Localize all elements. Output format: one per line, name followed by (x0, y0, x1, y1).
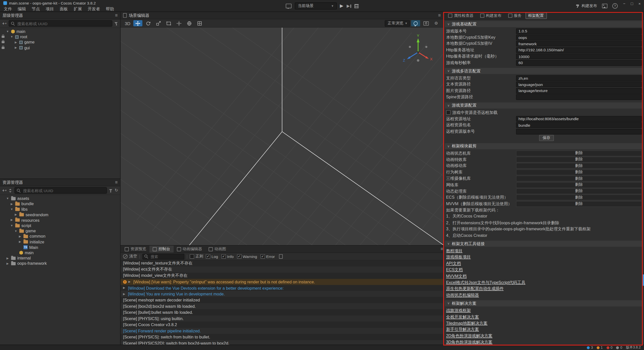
property-input-游戏每秒帧率[interactable]: 60 (516, 60, 642, 66)
sort-icon[interactable] (9, 189, 12, 192)
minimize-button[interactable]: − (623, 1, 625, 6)
view-mode-select[interactable]: 正常浏览 ▾ (385, 20, 410, 26)
property-input-游戏版本号[interactable]: 1.0.5 (516, 28, 642, 34)
link-Excel格式转Json文件与TypeScript代码工具[interactable]: Excel格式转Json文件与TypeScript代码工具 (445, 279, 643, 286)
build-publish-button[interactable]: 构建发布 (576, 3, 597, 9)
regex-toggle[interactable]: 正则 (190, 254, 203, 259)
filter-Error[interactable]: Error (260, 254, 275, 259)
delete-button-行为树库[interactable]: 删除 (516, 169, 642, 175)
log-row[interactable]: [Scene] [PHYSICS2D]: switch from box2d-w… (120, 340, 443, 345)
layout-grid-icon[interactable] (354, 4, 358, 8)
log-row[interactable]: [Scene] [PHYSICS]: using builtin. (120, 316, 443, 322)
world-pivot-button[interactable] (185, 20, 194, 26)
log-row[interactable]: ▶[Window] You are running Vue in develop… (120, 291, 443, 297)
tree-item-seedrandom[interactable]: ▶seedrandom (0, 212, 120, 217)
expand-arrow[interactable]: ▼ (6, 197, 10, 200)
log-row[interactable]: [Scene] Cocos Creator v3.8.2 (120, 322, 443, 328)
help-icon[interactable]: ? (612, 3, 618, 9)
scene-settings-button[interactable]: ⚙ (432, 20, 441, 26)
log-row[interactable]: [Scene] Forward render pipeline initiali… (120, 328, 443, 334)
property-input-Http服务器请求超时（毫秒）[interactable]: 10000 (516, 54, 642, 59)
step-button[interactable]: ▶ (347, 4, 351, 8)
property-input-远程资源版本号[interactable] (516, 129, 642, 135)
filter-checkbox-Error[interactable] (260, 254, 265, 259)
filter-icon[interactable] (109, 189, 113, 192)
property-input-Spine资源路径[interactable] (516, 94, 642, 100)
property-input-支持语言类型[interactable]: zh,en (516, 75, 642, 81)
expand-arrow[interactable]: ▶ (128, 280, 132, 283)
section-header-游戏资源配置[interactable]: ∨游戏资源配置 (445, 102, 643, 109)
link-API文档[interactable]: API文档 (445, 260, 643, 267)
tree-item-main[interactable]: main (0, 250, 120, 255)
remote-load-checkbox[interactable] (446, 110, 451, 115)
log-row[interactable]: !▶[Window] [Vue warn]: Property "onInput… (120, 279, 443, 285)
expand-arrow[interactable]: ▶ (6, 262, 10, 265)
section-header-框架解决方案[interactable]: ∨框架解决方案 (445, 300, 643, 307)
property-input-图片资源路径[interactable]: language/texture (516, 88, 642, 94)
expand-arrow[interactable]: ▶ (14, 46, 18, 49)
add-asset-button[interactable]: +▾ (2, 188, 7, 193)
tree-item-libs[interactable]: ▼libs (0, 207, 120, 212)
inspector-tab-框架配置[interactable]: 框架配置 (525, 12, 547, 19)
log-row[interactable]: [Window] ecs文件夹不存在 (120, 267, 443, 273)
property-input-本地数据CryptoES加密Key[interactable]: oops (516, 35, 642, 40)
console-search-input[interactable] (150, 254, 182, 259)
link-3D角色扮演游戏解决方案[interactable]: 3D角色扮演游戏解决方案 (445, 339, 643, 345)
expand-arrow[interactable]: ▼ (6, 30, 10, 33)
tree-item-initialize[interactable]: ▶initialize (0, 239, 120, 245)
export-log-icon[interactable] (279, 254, 283, 259)
filter-icon[interactable] (114, 22, 118, 25)
scale-tool-button[interactable] (154, 20, 163, 26)
link-2D角色扮演游戏解决方案[interactable]: 2D角色扮演游戏解决方案 (445, 333, 643, 339)
delete-button-动画状态机库[interactable]: 删除 (516, 150, 642, 156)
tree-item-gui[interactable]: ▶gui (0, 45, 120, 51)
link-教程项目[interactable]: 教程项目 (445, 248, 643, 254)
hierarchy-search-input[interactable] (16, 21, 110, 26)
property-input-远程资源地址[interactable]: http://localhost:8083/assets/bundle (516, 116, 642, 122)
property-input-文本资源路径[interactable]: language/json (516, 82, 642, 88)
menu-item-编辑[interactable]: 编辑 (15, 6, 29, 12)
log-row[interactable]: [Scene] [box2d]:box2d wasm lib loaded. (120, 303, 443, 309)
expand-arrow[interactable]: ▶ (14, 213, 18, 216)
link-原生包热更新配置自动生成插件[interactable]: 原生包热更新配置自动生成插件 (445, 286, 643, 292)
panel-menu-icon[interactable]: ≡ (440, 247, 443, 251)
clear-console-button[interactable]: 清空 (123, 254, 137, 259)
tree-item-resources[interactable]: ▶resources (0, 217, 120, 223)
link-Tiledmap地图解决方案[interactable]: Tiledmap地图解决方案 (445, 320, 643, 326)
expand-arrow[interactable]: ▶ (18, 235, 22, 238)
console-tab-资源预览[interactable]: 资源预览 (122, 246, 149, 253)
menu-item-文件[interactable]: 文件 (1, 6, 15, 12)
tree-item-game[interactable]: ▼game (0, 228, 120, 234)
link-动画状态机编辑器[interactable]: 动画状态机编辑器 (445, 292, 643, 298)
warning-count-badge[interactable]: 1 (597, 345, 603, 349)
tree-item-root[interactable]: ▼root (0, 34, 120, 40)
tree-item-bundle[interactable]: ▶bundle (0, 201, 120, 207)
section-header-游戏基础配置[interactable]: ∨游戏基础配置 (445, 21, 643, 27)
expand-arrow[interactable]: ▼ (10, 224, 14, 227)
anchor-tool-button[interactable] (175, 20, 184, 26)
snap-button[interactable] (195, 20, 204, 26)
inspector-tab-服务[interactable]: 服务 (505, 12, 525, 19)
delete-button-动态处理库[interactable]: 删除 (516, 188, 642, 194)
expand-arrow[interactable]: ▶ (10, 218, 14, 222)
filter-Warning[interactable]: Warning (237, 254, 257, 259)
property-input-远程资源包名[interactable]: bundle (516, 122, 642, 128)
lighting-toggle[interactable] (411, 20, 420, 26)
refresh-icon[interactable]: ↻ (115, 188, 118, 192)
expand-arrow[interactable]: ▼ (10, 35, 14, 38)
error-count-badge[interactable]: 0 (607, 345, 613, 349)
log-row[interactable]: [Window] model_view文件夹不存在 (120, 273, 443, 279)
maximize-button[interactable]: □ (631, 1, 633, 6)
info-count-badge[interactable]: 3 (587, 345, 593, 349)
expand-arrow[interactable]: ▶ (123, 286, 126, 290)
tree-item-game[interactable]: ▶game (0, 40, 120, 45)
panel-menu-icon[interactable]: ≡ (115, 13, 118, 18)
expand-arrow[interactable]: ▶ (10, 202, 14, 205)
preview-scene-select[interactable]: 当前场景 ▾ (295, 3, 337, 10)
console-tab-控制台[interactable]: 控制台 (149, 246, 174, 253)
expand-arrow[interactable]: ▶ (14, 41, 18, 44)
move-tool-button[interactable] (133, 20, 142, 26)
menu-item-扩展[interactable]: 扩展 (71, 6, 85, 12)
inspector-tab-构建发布[interactable]: 构建发布 (477, 12, 504, 19)
link-ECS文档[interactable]: ECS文档 (445, 267, 643, 273)
